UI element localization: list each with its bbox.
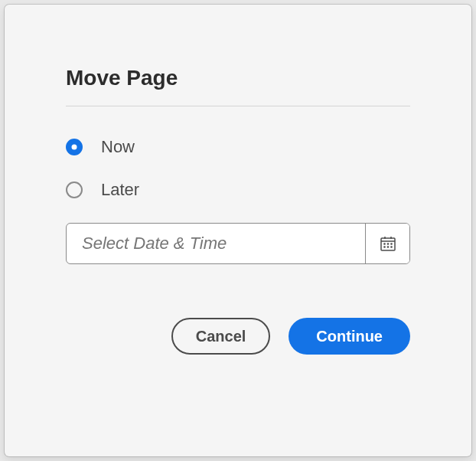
calendar-icon (379, 234, 397, 253)
continue-button[interactable]: Continue (289, 318, 410, 355)
option-now-label: Now (101, 137, 135, 157)
svg-point-5 (387, 244, 388, 244)
svg-point-7 (383, 247, 384, 247)
option-later[interactable]: Later (66, 180, 410, 200)
date-time-field (66, 223, 410, 264)
calendar-picker-button[interactable] (365, 224, 409, 263)
svg-point-9 (390, 247, 391, 247)
dialog-title: Move Page (66, 66, 410, 90)
divider (66, 106, 410, 106)
svg-point-6 (390, 244, 391, 244)
cancel-button[interactable]: Cancel (171, 318, 271, 355)
dialog-actions: Cancel Continue (66, 318, 410, 355)
radio-now[interactable] (66, 139, 83, 155)
svg-point-8 (387, 247, 388, 247)
date-time-input[interactable] (67, 224, 365, 263)
svg-point-4 (383, 244, 384, 244)
radio-later[interactable] (66, 181, 83, 198)
option-now[interactable]: Now (66, 137, 410, 157)
option-later-label: Later (101, 180, 139, 200)
move-page-dialog: Move Page Now Later Cancel (5, 5, 471, 456)
